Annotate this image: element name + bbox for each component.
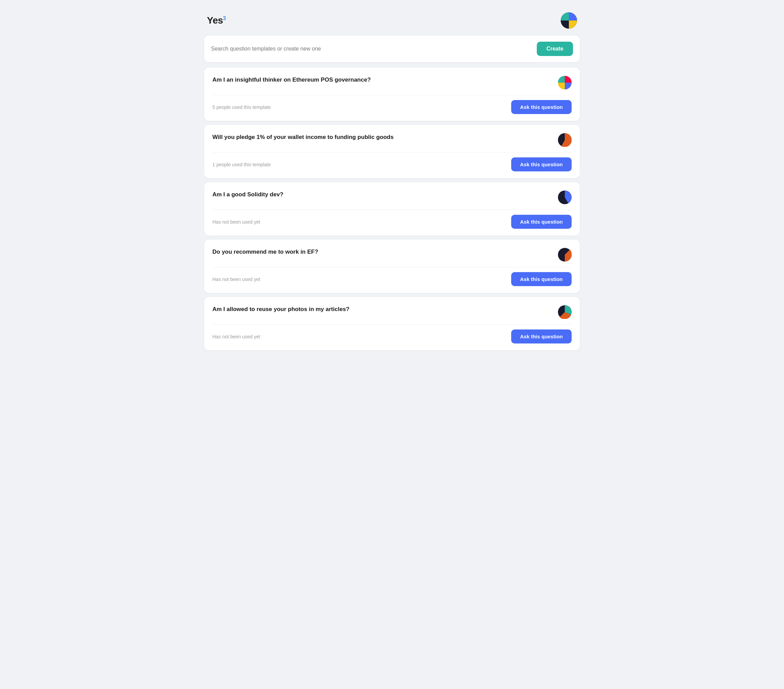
question-title-2: Will you pledge 1% of your wallet income…: [212, 133, 558, 141]
card-bottom-2: 1 people used this template Ask this que…: [212, 158, 572, 171]
card-top-1: Am I an insightful thinker on Ethereum P…: [212, 76, 572, 89]
logo-superscript: 3: [223, 15, 226, 21]
ask-button-4[interactable]: Ask this question: [511, 272, 572, 286]
card-top-5: Am I allowed to reuse your photos in my …: [212, 305, 572, 319]
question-card-4: Do you recommend me to work in EF? Has n…: [204, 240, 580, 293]
card-top-2: Will you pledge 1% of your wallet income…: [212, 133, 572, 147]
card-divider-5: [212, 324, 572, 325]
usage-text-4: Has not been used yet: [212, 276, 260, 282]
question-card-1: Am I an insightful thinker on Ethereum P…: [204, 67, 580, 121]
app-container: Yes3 Create Am I an insightful thin: [204, 7, 580, 350]
question-title-3: Am I a good Solidity dev?: [212, 191, 558, 199]
card-bottom-4: Has not been used yet Ask this question: [212, 272, 572, 286]
question-icon-1: [558, 76, 572, 89]
card-bottom-5: Has not been used yet Ask this question: [212, 329, 572, 344]
question-icon-2: [558, 133, 572, 147]
question-icon-4: [558, 248, 572, 261]
card-top-4: Do you recommend me to work in EF?: [212, 248, 572, 261]
usage-text-2: 1 people used this template: [212, 162, 271, 167]
question-card-5: Am I allowed to reuse your photos in my …: [204, 297, 580, 350]
ask-button-2[interactable]: Ask this question: [511, 158, 572, 171]
ask-button-3[interactable]: Ask this question: [511, 215, 572, 229]
card-divider-4: [212, 267, 572, 267]
question-title-1: Am I an insightful thinker on Ethereum P…: [212, 76, 558, 84]
question-title-4: Do you recommend me to work in EF?: [212, 248, 558, 256]
question-card-2: Will you pledge 1% of your wallet income…: [204, 125, 580, 178]
question-icon-5: [558, 305, 572, 319]
usage-text-5: Has not been used yet: [212, 334, 260, 339]
logo: Yes3: [207, 15, 226, 26]
create-button[interactable]: Create: [537, 42, 573, 56]
ask-button-1[interactable]: Ask this question: [511, 100, 572, 114]
card-divider-2: [212, 152, 572, 153]
header: Yes3: [204, 7, 580, 36]
card-divider-3: [212, 210, 572, 210]
search-bar: Create: [204, 36, 580, 62]
search-input[interactable]: [211, 46, 531, 52]
logo-text: Yes: [207, 15, 223, 26]
avatar-svg: [561, 12, 577, 29]
card-bottom-3: Has not been used yet Ask this question: [212, 215, 572, 229]
card-top-3: Am I a good Solidity dev?: [212, 191, 572, 204]
question-title-5: Am I allowed to reuse your photos in my …: [212, 305, 558, 313]
usage-text-3: Has not been used yet: [212, 219, 260, 225]
ask-button-5[interactable]: Ask this question: [511, 329, 572, 344]
avatar[interactable]: [561, 12, 577, 29]
question-card-3: Am I a good Solidity dev? Has not been u…: [204, 183, 580, 235]
question-icon-3: [558, 191, 572, 204]
questions-list: Am I an insightful thinker on Ethereum P…: [204, 67, 580, 350]
usage-text-1: 5 people used this template: [212, 104, 271, 110]
card-bottom-1: 5 people used this template Ask this que…: [212, 100, 572, 114]
